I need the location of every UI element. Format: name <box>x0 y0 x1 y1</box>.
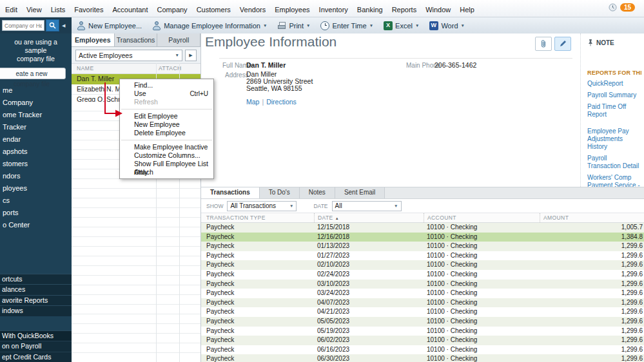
employee-filter-value: Active Employees <box>79 52 132 59</box>
transaction-row[interactable]: Paycheck 04/07/2023 10100 · Checking 1,2… <box>201 298 644 308</box>
name-column-header[interactable]: NAME <box>72 64 94 73</box>
transaction-row[interactable]: Paycheck 02/10/2023 10100 · Checking 1,2… <box>201 260 644 270</box>
employee-panel-tab[interactable]: Employees <box>72 33 115 46</box>
directions-link[interactable]: Directions <box>266 98 297 106</box>
sidebar-shortcut-item[interactable]: cs <box>0 195 72 207</box>
transaction-row[interactable]: Paycheck 01/13/2023 10100 · Checking 1,2… <box>201 242 644 251</box>
sidebar-shortcut-item[interactable]: Company <box>0 97 72 109</box>
word-button[interactable]: Word ▼ <box>424 17 470 33</box>
menubar-item[interactable]: Reports <box>387 4 422 17</box>
transactions-tab[interactable]: Sent Email <box>335 187 385 198</box>
search-input[interactable] <box>2 20 44 31</box>
transaction-type-column-header[interactable]: TRANSACTION TYPE <box>201 213 314 222</box>
context-menu-item[interactable]: Show Full Employee List Only <box>120 160 213 168</box>
attach-column-header[interactable]: ATTACH <box>159 64 182 73</box>
attach-file-button[interactable] <box>535 37 552 51</box>
context-menu-item[interactable]: Delete Employee <box>120 129 213 137</box>
employee-panel-tab[interactable]: Transactions <box>115 33 158 46</box>
sidebar-shortcut-item[interactable]: endar <box>0 133 72 146</box>
menubar-item[interactable]: Banking <box>353 4 387 17</box>
excel-button[interactable]: Excel ▼ <box>378 17 424 33</box>
expand-panel-button[interactable]: ▶ <box>185 50 197 61</box>
transaction-row[interactable]: Paycheck 06/02/2023 10100 · Checking 1,2… <box>201 336 644 345</box>
report-link[interactable]: Paid Time Off Report <box>587 103 641 119</box>
employee-filter-dropdown[interactable]: Active Employees ▼ <box>75 50 182 61</box>
date-filter-dropdown[interactable]: All ▼ <box>332 201 402 211</box>
context-menu-item[interactable]: Make Employee Inactive <box>120 143 213 151</box>
map-link[interactable]: Map <box>246 98 259 106</box>
menubar-item[interactable]: Favorites <box>70 4 108 17</box>
sidebar-section-header[interactable]: alances <box>0 284 72 295</box>
transaction-row[interactable]: Paycheck 12/15/2018 10100 · Checking 1,0… <box>201 223 644 233</box>
enter-time-button[interactable]: Enter Time ▼ <box>315 17 378 33</box>
transaction-row[interactable]: Paycheck 05/05/2023 10100 · Checking 1,2… <box>201 317 644 327</box>
menubar-item[interactable]: Vendors <box>235 4 270 17</box>
show-filter-dropdown[interactable]: All Transactions ▼ <box>227 201 297 211</box>
transaction-row[interactable]: Paycheck 04/21/2023 10100 · Checking 1,2… <box>201 307 644 317</box>
sidebar-shortcut-item[interactable]: ports <box>0 207 72 219</box>
report-link[interactable]: QuickReport <box>587 80 641 88</box>
note-label[interactable]: NOTE <box>596 39 614 46</box>
context-menu-item[interactable]: Attach <box>120 168 213 176</box>
transaction-row[interactable]: Paycheck 02/24/2023 10100 · Checking 1,2… <box>201 270 644 280</box>
sidebar-section-header[interactable]: avorite Reports <box>0 295 72 306</box>
manage-employee-information-button[interactable]: Manage Employee Information ▼ <box>147 17 272 33</box>
sidebar-shortcut-item[interactable]: Tracker <box>0 121 72 133</box>
search-button[interactable] <box>46 19 59 32</box>
transaction-row[interactable]: Paycheck 12/16/2018 10100 · Checking 1,3… <box>201 233 644 242</box>
amount-column-header[interactable]: AMOUNT <box>540 213 644 222</box>
menubar-item[interactable]: Employees <box>270 4 314 17</box>
transaction-row[interactable]: Paycheck 06/16/2023 10100 · Checking 1,2… <box>201 345 644 355</box>
sidebar-shortcut-item[interactable]: ployees <box>0 182 72 195</box>
sidebar-shortcut-item[interactable]: ndors <box>0 170 72 182</box>
menubar-item[interactable]: Customers <box>192 4 235 17</box>
menubar-item[interactable]: Accountant <box>108 4 153 17</box>
sidebar-bottom-item[interactable]: on on Payroll <box>0 341 72 352</box>
report-link[interactable]: Payroll Transaction Detail <box>587 155 641 170</box>
clock-icon[interactable] <box>609 3 617 12</box>
context-menu-item[interactable]: Refresh <box>120 98 213 106</box>
transactions-tab[interactable]: To Do's <box>260 187 300 198</box>
sidebar-shortcut-item[interactable]: o Center <box>0 219 72 231</box>
context-menu-item[interactable] <box>121 109 212 110</box>
menubar-item[interactable]: Edit <box>1 4 22 17</box>
print-button[interactable]: Print ▼ <box>272 17 315 33</box>
report-link[interactable]: Payroll Summary <box>587 91 641 99</box>
edit-employee-button[interactable] <box>554 37 571 51</box>
context-menu-item[interactable]: New Employee <box>120 120 213 129</box>
new-employee-button[interactable]: New Employee... <box>72 17 147 33</box>
collapse-sidebar-icon[interactable]: ◀ <box>61 23 66 28</box>
menubar-item[interactable]: Lists <box>46 4 70 17</box>
people-icon <box>152 21 161 30</box>
sidebar-shortcut-item[interactable]: apshots <box>0 146 72 158</box>
transaction-row[interactable]: Paycheck 06/30/2023 10100 · Checking 1,2… <box>201 354 644 362</box>
transactions-tab[interactable]: Notes <box>300 187 335 198</box>
create-company-file-button[interactable]: eate a new company file <box>0 68 66 79</box>
transaction-row[interactable]: Paycheck 05/19/2023 10100 · Checking 1,2… <box>201 327 644 336</box>
context-menu-item[interactable]: Customize Columns... <box>120 151 213 160</box>
context-menu-item[interactable] <box>121 140 212 140</box>
context-menu-item[interactable]: Use Ctrl+U <box>120 90 213 98</box>
transaction-row[interactable]: Paycheck 03/10/2023 10100 · Checking 1,2… <box>201 280 644 289</box>
menubar-item[interactable]: Company <box>153 4 192 17</box>
employee-panel-tab[interactable]: Payroll <box>157 33 200 46</box>
sidebar-bottom-item[interactable]: ept Credit Cards <box>0 352 72 362</box>
sidebar-shortcut-item[interactable]: ome Tracker <box>0 109 72 121</box>
context-menu-item[interactable]: Edit Employee <box>120 112 213 120</box>
transaction-row[interactable]: Paycheck 01/27/2023 10100 · Checking 1,2… <box>201 251 644 261</box>
sidebar-bottom: ortcutsalancesavorite Reportsindows With… <box>0 274 72 362</box>
transaction-row[interactable]: Paycheck 03/24/2023 10100 · Checking 1,2… <box>201 289 644 298</box>
transactions-tab[interactable]: Transactions <box>201 187 260 198</box>
sidebar-shortcut-item[interactable]: stomers <box>0 158 72 170</box>
notification-badge[interactable]: 15 <box>620 3 635 12</box>
sidebar-section-header[interactable]: indows <box>0 305 72 316</box>
context-menu-item[interactable]: Find... <box>120 81 213 90</box>
menubar-item[interactable]: Inventory <box>315 4 353 17</box>
menubar-item[interactable]: View <box>22 4 46 17</box>
date-column-header[interactable]: DATE▲ <box>314 213 424 222</box>
report-link[interactable]: Employee Pay Adjustments History <box>587 128 641 151</box>
menubar-item[interactable]: Help <box>455 4 479 17</box>
sidebar-section-header[interactable]: ortcuts <box>0 274 72 285</box>
account-column-header[interactable]: ACCOUNT <box>424 213 540 222</box>
menubar-item[interactable]: Window <box>421 4 455 17</box>
